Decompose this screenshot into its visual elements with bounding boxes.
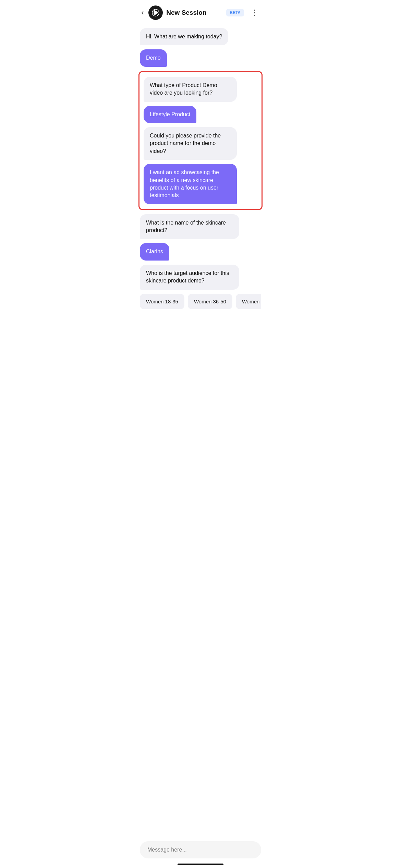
highlighted-user-reply-1: Lifestyle Product [144, 106, 196, 123]
session-title: New Session [166, 9, 226, 16]
option-women-18-35[interactable]: Women 18-35 [140, 294, 184, 309]
option-women-36-50[interactable]: Women 36-50 [188, 294, 232, 309]
message-bot-2: What is the name of the skincare product… [140, 214, 239, 239]
chat-area: Hi. What are we making today? Demo What … [134, 24, 267, 343]
header: ‹ New Session BETA ⋮ [134, 0, 267, 24]
audience-options-row: Women 18-35 Women 36-50 Women 5… [140, 294, 261, 309]
more-options-button[interactable]: ⋮ [248, 7, 261, 19]
svg-marker-0 [154, 10, 158, 15]
option-women-50plus[interactable]: Women 5… [236, 294, 261, 309]
message-bot-1: Hi. What are we making today? [140, 28, 228, 45]
beta-badge: BETA [226, 9, 244, 16]
highlighted-user-reply-2: I want an ad showcasing the benefits of … [144, 164, 237, 204]
message-bot-3: Who is the target audience for this skin… [140, 265, 239, 290]
highlighted-conversation-section: What type of Product Demo video are you … [138, 71, 263, 210]
app-logo [148, 5, 163, 20]
message-user-1: Demo [140, 49, 167, 67]
back-button[interactable]: ‹ [140, 7, 145, 19]
highlighted-bot-followup: Could you please provide the product nam… [144, 127, 237, 160]
message-user-2: Clarins [140, 243, 169, 260]
highlighted-bot-question: What type of Product Demo video are you … [144, 77, 237, 102]
